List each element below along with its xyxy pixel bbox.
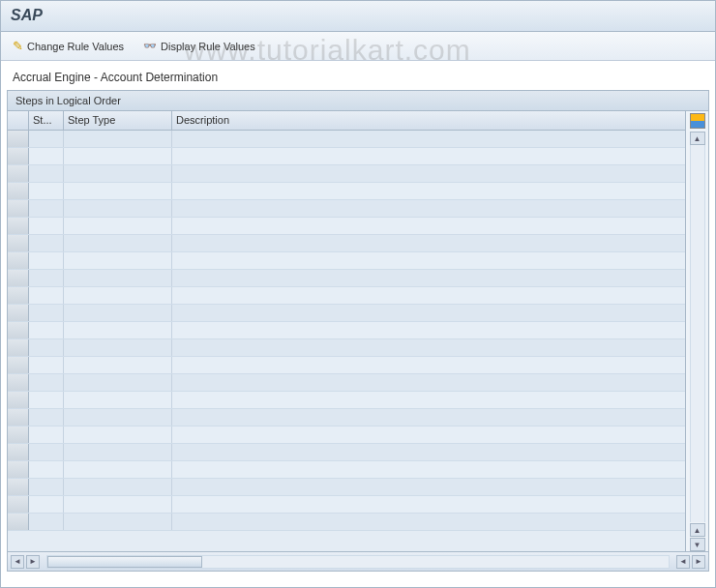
cell-step-type[interactable] (64, 322, 172, 338)
cell-step[interactable] (29, 270, 64, 286)
scroll-track-horizontal[interactable] (46, 555, 670, 569)
row-selector[interactable] (8, 392, 29, 408)
table-row[interactable] (8, 479, 685, 496)
scroll-left-button[interactable]: ◄ (11, 555, 24, 569)
cell-description[interactable] (172, 496, 685, 513)
row-selector[interactable] (8, 270, 29, 286)
cell-description[interactable] (172, 218, 685, 234)
cell-step[interactable] (29, 426, 64, 443)
table-row[interactable] (8, 287, 685, 305)
row-selector[interactable] (8, 148, 29, 164)
row-selector[interactable] (8, 235, 29, 251)
cell-step[interactable] (29, 252, 64, 269)
table-row[interactable] (8, 444, 685, 461)
table-row[interactable] (8, 392, 685, 409)
cell-step[interactable] (29, 322, 64, 338)
cell-step[interactable] (29, 444, 64, 460)
cell-step-type[interactable] (64, 409, 172, 426)
scroll-right-end-button[interactable]: ► (692, 555, 705, 569)
row-selector[interactable] (8, 409, 29, 426)
table-row[interactable] (8, 305, 685, 322)
column-selector[interactable] (8, 111, 29, 130)
cell-description[interactable] (172, 235, 685, 251)
scroll-right-small-button[interactable]: ► (26, 555, 40, 569)
cell-description[interactable] (172, 131, 685, 147)
table-row[interactable] (8, 339, 685, 357)
table-settings-icon[interactable] (690, 113, 705, 129)
table-row[interactable] (8, 514, 685, 531)
cell-step-type[interactable] (64, 461, 172, 478)
scroll-up-button[interactable]: ▲ (690, 132, 705, 145)
row-selector[interactable] (8, 287, 29, 304)
cell-step-type[interactable] (64, 357, 172, 373)
cell-description[interactable] (172, 357, 685, 373)
table-row[interactable] (8, 409, 685, 426)
cell-step[interactable] (29, 339, 64, 356)
row-selector[interactable] (8, 514, 29, 530)
table-row[interactable] (8, 235, 685, 252)
cell-step[interactable] (29, 200, 64, 217)
column-step-type[interactable]: Step Type (64, 111, 172, 130)
display-rule-values-button[interactable]: Display Rule Values (139, 38, 259, 54)
cell-description[interactable] (172, 392, 685, 408)
table-row[interactable] (8, 461, 685, 479)
cell-step[interactable] (29, 409, 64, 426)
cell-step[interactable] (29, 148, 64, 164)
cell-step-type[interactable] (64, 479, 172, 495)
table-row[interactable] (8, 374, 685, 392)
table-row[interactable] (8, 218, 685, 235)
cell-description[interactable] (172, 479, 685, 495)
row-selector[interactable] (8, 183, 29, 199)
cell-step-type[interactable] (64, 235, 172, 251)
table-row[interactable] (8, 322, 685, 339)
cell-description[interactable] (172, 165, 685, 182)
cell-step[interactable] (29, 374, 64, 391)
scroll-thumb-horizontal[interactable] (47, 556, 202, 568)
column-description[interactable]: Description (172, 111, 685, 130)
table-row[interactable] (8, 426, 685, 444)
row-selector[interactable] (8, 252, 29, 269)
table-row[interactable] (8, 183, 685, 200)
cell-step-type[interactable] (64, 514, 172, 530)
cell-description[interactable] (172, 287, 685, 304)
row-selector[interactable] (8, 305, 29, 321)
row-selector[interactable] (8, 426, 29, 443)
row-selector[interactable] (8, 357, 29, 373)
cell-step[interactable] (29, 235, 64, 251)
cell-description[interactable] (172, 339, 685, 356)
cell-step-type[interactable] (64, 426, 172, 443)
cell-description[interactable] (172, 461, 685, 478)
cell-step-type[interactable] (64, 165, 172, 182)
cell-step[interactable] (29, 496, 64, 513)
cell-step-type[interactable] (64, 183, 172, 199)
cell-description[interactable] (172, 148, 685, 164)
cell-description[interactable] (172, 183, 685, 199)
cell-step[interactable] (29, 131, 64, 147)
cell-step[interactable] (29, 287, 64, 304)
cell-step-type[interactable] (64, 270, 172, 286)
cell-description[interactable] (172, 514, 685, 530)
table-row[interactable] (8, 165, 685, 183)
cell-step[interactable] (29, 357, 64, 373)
row-selector[interactable] (8, 322, 29, 338)
cell-description[interactable] (172, 322, 685, 338)
cell-description[interactable] (172, 409, 685, 426)
table-row[interactable] (8, 270, 685, 287)
cell-step[interactable] (29, 392, 64, 408)
column-step[interactable]: St... (29, 111, 64, 130)
cell-description[interactable] (172, 374, 685, 391)
table-row[interactable] (8, 496, 685, 514)
cell-step-type[interactable] (64, 305, 172, 321)
cell-description[interactable] (172, 200, 685, 217)
cell-step[interactable] (29, 165, 64, 182)
row-selector[interactable] (8, 479, 29, 495)
cell-description[interactable] (172, 305, 685, 321)
cell-description[interactable] (172, 426, 685, 443)
scroll-down-button[interactable]: ▼ (690, 538, 705, 551)
cell-step[interactable] (29, 305, 64, 321)
cell-step[interactable] (29, 479, 64, 495)
row-selector[interactable] (8, 461, 29, 478)
row-selector[interactable] (8, 200, 29, 217)
table-row[interactable] (8, 131, 685, 148)
cell-step-type[interactable] (64, 339, 172, 356)
